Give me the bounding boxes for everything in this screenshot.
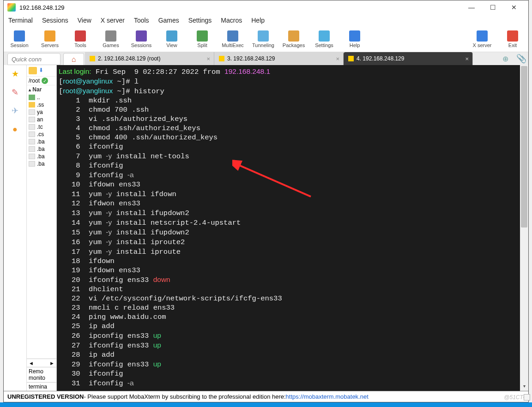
remote-monitor-box[interactable]: Remo monito xyxy=(27,367,56,382)
sessions-icon xyxy=(136,30,147,42)
home-icon: ⌂ xyxy=(72,55,76,64)
help-icon xyxy=(349,30,360,42)
menu-sessions[interactable]: Sessions xyxy=(42,17,68,24)
x server-icon xyxy=(477,30,488,42)
main-body: ★ ✎ ✈ ● ⬇ /root ✓ ▴ Nar ...ssyaan.tc.cs.… xyxy=(4,65,528,391)
toolbar-x server[interactable]: X server xyxy=(471,30,493,48)
file-icon xyxy=(29,139,35,144)
file-item[interactable]: .ba xyxy=(27,160,56,168)
file-item[interactable]: an xyxy=(27,116,56,123)
minimize-button[interactable]: — xyxy=(461,0,482,14)
toolbar: SessionServersToolsGamesSessionsViewSpli… xyxy=(4,26,528,52)
taskbar-strip xyxy=(0,402,532,407)
sftp-panel: ⬇ /root ✓ ▴ Nar ...ssyaan.tc.cs.ba.ba.ba… xyxy=(27,65,57,391)
status-link[interactable]: https://mobaxterm.mobatek.net xyxy=(286,393,369,400)
toolbar-settings[interactable]: Settings xyxy=(313,30,335,48)
statusbar: UNREGISTERED VERSION - Please support Mo… xyxy=(4,391,528,402)
file-icon xyxy=(29,132,35,137)
status-message: - Please support MobaXterm by subscribin… xyxy=(84,393,285,400)
toolbar-help[interactable]: Help xyxy=(344,30,366,48)
maximize-button[interactable]: ☐ xyxy=(482,0,503,14)
star-icon[interactable]: ★ xyxy=(9,68,21,80)
tab-close-icon[interactable]: × xyxy=(465,55,469,62)
menu-macros[interactable]: Macros xyxy=(221,17,242,24)
tab-close-icon[interactable]: × xyxy=(206,55,210,62)
menu-view[interactable]: View xyxy=(78,17,91,24)
scrollbar-thumb[interactable] xyxy=(521,66,527,227)
toolbar-session[interactable]: Session xyxy=(8,30,30,48)
file-item[interactable]: .ba xyxy=(27,145,56,153)
session-tab-3[interactable]: 3. 192.168.248.129× xyxy=(214,52,344,65)
toolbar-exit[interactable]: Exit xyxy=(502,30,524,48)
file-icon xyxy=(29,161,35,167)
exit-icon xyxy=(507,30,518,42)
app-icon xyxy=(7,3,16,12)
tools-icon xyxy=(75,30,86,42)
quick-connect-input[interactable] xyxy=(7,53,60,65)
file-item[interactable]: .tc xyxy=(27,123,56,131)
file-item[interactable]: .ba xyxy=(27,153,56,160)
new-tab-button[interactable]: ⊕ xyxy=(496,52,514,65)
folder-icon[interactable] xyxy=(29,67,37,74)
wand-icon[interactable]: ✎ xyxy=(9,86,21,98)
sftp-name-header[interactable]: ▴ Nar xyxy=(27,85,56,94)
split-icon xyxy=(197,30,208,42)
tab-close-icon[interactable]: × xyxy=(336,55,339,62)
globe-icon[interactable]: ● xyxy=(9,123,21,135)
toolbar-tunneling[interactable]: Tunneling xyxy=(252,30,274,48)
file-item[interactable]: .cs xyxy=(27,131,56,138)
file-item[interactable]: ya xyxy=(27,108,56,116)
toolbar-sessions[interactable]: Sessions xyxy=(130,30,152,48)
file-item[interactable]: .. xyxy=(27,94,56,101)
send-icon[interactable]: ✈ xyxy=(9,105,21,117)
view-icon xyxy=(166,30,177,42)
file-icon xyxy=(29,124,35,130)
titlebar: 192.168.248.129 — ☐ ✕ xyxy=(4,0,528,14)
toolbar-games[interactable]: Games xyxy=(100,30,122,48)
paperclip-icon[interactable]: 📎 xyxy=(514,52,528,65)
session-tab-2[interactable]: 2. 192.168.248.129 (root)× xyxy=(85,52,214,65)
folder-icon xyxy=(29,102,35,108)
terminal-label-box[interactable]: termina xyxy=(27,382,56,391)
home-tab[interactable]: ⌂ xyxy=(63,53,84,65)
session-tab-4[interactable]: 4. 192.168.248.129× xyxy=(344,52,473,65)
servers-icon xyxy=(44,30,55,42)
unregistered-label: UNREGISTERED VERSION xyxy=(7,393,84,400)
toolbar-tools[interactable]: Tools xyxy=(69,30,91,48)
file-icon xyxy=(29,146,35,152)
toolbar-packages[interactable]: Packages xyxy=(283,30,305,48)
toolbar-multiexec[interactable]: MultiExec xyxy=(222,30,244,48)
menu-terminal[interactable]: Terminal xyxy=(8,17,33,24)
left-sidebar: ★ ✎ ✈ ● xyxy=(4,65,27,391)
games-icon xyxy=(105,30,116,42)
terminal-pane[interactable]: Last login: Fri Sep 9 02:28:27 2022 from… xyxy=(57,65,528,391)
folder-icon xyxy=(29,95,35,100)
close-button[interactable]: ✕ xyxy=(503,0,525,14)
sftp-toolbar: ⬇ xyxy=(27,65,56,76)
terminal-scrollbar[interactable]: ▴ ▾ xyxy=(520,65,528,391)
file-icon xyxy=(29,117,35,122)
settings-icon xyxy=(319,30,330,42)
packages-icon xyxy=(288,30,299,42)
sftp-hscroll[interactable]: ◄► xyxy=(27,359,56,367)
toolbar-servers[interactable]: Servers xyxy=(39,30,61,48)
sftp-path[interactable]: /root ✓ xyxy=(27,76,56,85)
ok-icon: ✓ xyxy=(42,78,48,84)
menu-games[interactable]: Games xyxy=(158,17,179,24)
download-icon[interactable]: ⬇ xyxy=(39,67,43,74)
tab-bar: ⌂ 2. 192.168.248.129 (root)×3. 192.168.2… xyxy=(4,52,528,65)
app-window: 192.168.248.129 — ☐ ✕ TerminalSessionsVi… xyxy=(3,0,529,402)
sftp-path-text: /root xyxy=(29,78,40,84)
menu-settings[interactable]: Settings xyxy=(188,17,212,24)
terminal-icon xyxy=(90,56,95,61)
menu-help[interactable]: Help xyxy=(251,17,265,24)
file-item[interactable]: .ba xyxy=(27,138,56,145)
file-item[interactable]: .ss xyxy=(27,101,56,108)
menu-x-server[interactable]: X server xyxy=(101,17,125,24)
menubar: TerminalSessionsViewX serverToolsGamesSe… xyxy=(4,14,528,26)
window-title: 192.168.248.129 xyxy=(19,4,461,11)
toolbar-split[interactable]: Split xyxy=(191,30,213,48)
toolbar-view[interactable]: View xyxy=(161,30,183,48)
multiexec-icon xyxy=(227,30,238,42)
menu-tools[interactable]: Tools xyxy=(134,17,149,24)
